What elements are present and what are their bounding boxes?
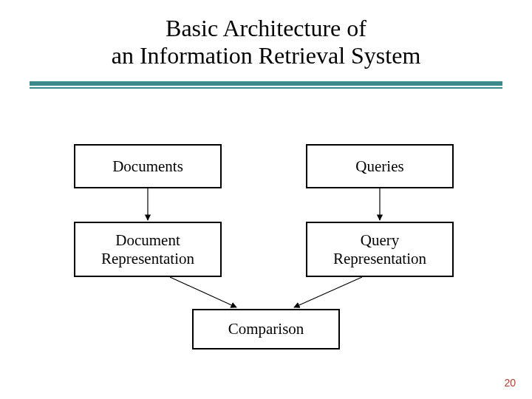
slide: Basic Architecture of an Information Ret… — [0, 0, 532, 399]
node-documents: Documents — [74, 144, 222, 188]
rule-thin — [30, 87, 502, 89]
node-queries-label: Queries — [355, 157, 403, 175]
node-document-representation: Document Representation — [74, 222, 222, 277]
node-query-representation: Query Representation — [306, 222, 454, 277]
title-underline — [30, 81, 502, 89]
arrow-qryrep-to-comparison — [294, 277, 362, 307]
node-comparison: Comparison — [192, 309, 340, 349]
node-queries: Queries — [306, 144, 454, 188]
title-line-1: Basic Architecture of — [166, 15, 366, 41]
arrow-docrep-to-comparison — [170, 277, 236, 307]
node-document-representation-label: Document Representation — [101, 231, 194, 267]
node-comparison-label: Comparison — [228, 320, 304, 338]
rule-thick — [30, 81, 502, 86]
node-documents-label: Documents — [112, 157, 183, 175]
title-line-2: an Information Retrieval System — [112, 42, 421, 69]
node-query-representation-label: Query Representation — [333, 231, 426, 267]
slide-title: Basic Architecture of an Information Ret… — [0, 15, 532, 69]
page-number: 20 — [504, 377, 516, 389]
